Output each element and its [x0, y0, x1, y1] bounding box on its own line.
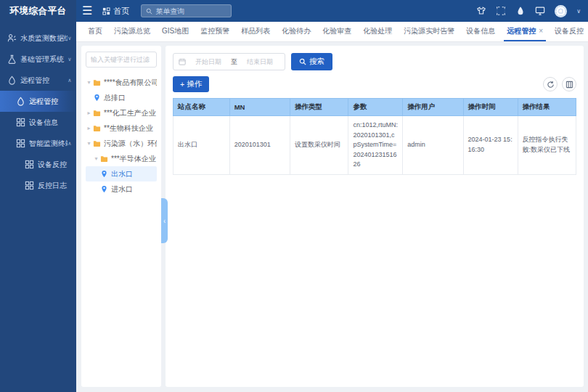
tree-node-label: 出水口: [111, 169, 133, 179]
tab-pollution-overview[interactable]: 污染源总览: [111, 22, 153, 41]
sidebar-item-device-reverse-control[interactable]: 设备反控: [0, 154, 76, 175]
caret-down-icon[interactable]: ▾: [93, 155, 99, 162]
grid-icon: [25, 181, 34, 190]
monitor-icon[interactable]: [535, 6, 545, 16]
tab-label: 设备反控: [555, 26, 584, 36]
tab-label: 监控预警: [200, 26, 229, 36]
cell-site-name: 出水口: [173, 116, 230, 175]
caret-right-icon[interactable]: ▸: [86, 110, 92, 116]
sidebar-item-label: 智能监测终端: [29, 139, 68, 149]
operate-button[interactable]: + 操作: [173, 76, 209, 92]
caret-down-icon[interactable]: ▾: [86, 79, 92, 86]
map-pin-icon: [100, 185, 108, 193]
sidebar-item-label: 水质监测数据综合分析: [20, 33, 68, 44]
sidebar-item-label: 远程管控: [29, 97, 72, 107]
sidebar-item-device-info[interactable]: 设备信息: [0, 112, 76, 133]
menu-search-box: [141, 4, 232, 17]
tree-node-label: 进水口: [111, 184, 133, 195]
tree-node-site-main-outlet[interactable]: 总排口: [86, 90, 157, 105]
end-date-placeholder[interactable]: 结束日期: [240, 57, 279, 67]
sidebar-item-remote-control[interactable]: 远程管控: [0, 91, 76, 112]
tab-realtime-alarm[interactable]: 污染源实时告警: [401, 22, 457, 41]
sidebar-item-smart-terminal[interactable]: 智能监测终端 ∧: [0, 133, 76, 154]
tree-node-company-chemical[interactable]: ▸ ***化工生产企业: [86, 105, 157, 121]
tree-node-label: **生物科技企业: [104, 123, 153, 134]
home-label: 首页: [113, 6, 129, 17]
sidebar-item-label: 设备信息: [29, 118, 72, 128]
sidebar-item-water-analysis[interactable]: 水质监测数据综合分析 ∨: [0, 28, 76, 49]
tab-lab-todo[interactable]: 化验待办: [279, 22, 314, 41]
search-label: 搜索: [309, 57, 324, 67]
site-tree-panel: ▾ ****食品有限公司 总排口 ▸: [81, 46, 161, 387]
map-pin-icon: [100, 170, 108, 178]
tab-sample-list[interactable]: 样品列表: [238, 22, 273, 41]
log-panel: 开始日期 至 结束日期 搜索 + 操作: [166, 46, 584, 387]
tree-filter-input[interactable]: [86, 52, 157, 68]
tab-label: 远程管控: [507, 26, 536, 36]
tree-node-site-outlet[interactable]: 出水口: [86, 166, 157, 181]
tab-device-info[interactable]: 设备信息: [463, 22, 498, 41]
flame-icon[interactable]: [515, 6, 526, 16]
system-icon: [7, 54, 17, 64]
tree-node-site-inlet[interactable]: 进水口: [86, 181, 157, 197]
grid-icon: [25, 160, 34, 169]
tab-label: 化验处理: [363, 26, 392, 36]
tree-node-label: ***半导体企业: [111, 154, 156, 164]
analysis-icon: [7, 33, 17, 43]
date-range-separator: 至: [231, 57, 237, 67]
refresh-button[interactable]: [543, 77, 558, 91]
tree-node-label: 总排口: [104, 93, 126, 103]
tab-gis-map[interactable]: GIS地图: [159, 22, 192, 41]
tab-monitor-alarm[interactable]: 监控预警: [197, 22, 232, 41]
column-settings-button[interactable]: [562, 77, 576, 91]
chevron-up-icon: ∧: [68, 77, 71, 83]
date-range-picker[interactable]: 开始日期 至 结束日期: [173, 53, 285, 70]
sidebar-item-base-system[interactable]: 基础管理系统 ∨: [0, 49, 76, 70]
plus-icon: +: [180, 80, 184, 89]
site-tree: ▾ ****食品有限公司 总排口 ▸: [86, 75, 157, 197]
theme-icon[interactable]: [476, 6, 486, 16]
tab-remote-control[interactable]: 远程管控 ×: [504, 22, 546, 41]
search-button[interactable]: 搜索: [291, 53, 332, 70]
caret-down-icon[interactable]: ▾: [86, 140, 92, 147]
start-date-placeholder[interactable]: 开始日期: [189, 57, 228, 67]
home-icon: [102, 7, 110, 15]
tree-node-company-semiconductor[interactable]: ▾ ***半导体企业: [86, 151, 157, 166]
col-header-params: 参数: [348, 99, 403, 116]
chevron-up-icon: ∧: [68, 140, 71, 146]
tab-label: 设备信息: [466, 26, 495, 36]
sidebar-item-label: 反控日志: [38, 181, 72, 191]
tree-node-bureau-water[interactable]: ▾ 污染源（水）环保局: [86, 136, 157, 151]
sidebar-item-label: 基础管理系统: [20, 54, 68, 65]
top-header: ☰ 首页 ∨: [76, 0, 588, 22]
calendar-icon: [179, 58, 186, 65]
home-button[interactable]: 首页: [102, 6, 129, 17]
tree-node-company-food[interactable]: ▾ ****食品有限公司: [86, 75, 157, 90]
tree-node-label: ***化工生产企业: [104, 108, 156, 118]
tab-lab-process[interactable]: 化验处理: [360, 22, 395, 41]
tree-node-company-biotech[interactable]: ▸ **生物科技企业: [86, 121, 157, 136]
cell-operation-time: 2024-01-23 15:16:30: [463, 116, 518, 175]
sidebar-item-label: 设备反控: [38, 160, 72, 170]
table-header-row: 站点名称 MN 操作类型 参数 操作用户 操作时间 操作结果: [173, 99, 576, 116]
close-icon[interactable]: ×: [539, 27, 543, 35]
fullscreen-icon[interactable]: [496, 6, 506, 16]
table-row[interactable]: 出水口 2020101301 设置数采仪时间 cn:1012,rtuMN:202…: [173, 116, 576, 175]
droplet-icon: [7, 75, 17, 85]
folder-icon: [93, 109, 101, 117]
grid-icon: [16, 139, 25, 148]
cell-params: cn:1012,rtuMN:2020101301,cpSystemTime=20…: [348, 116, 403, 175]
user-menu-chevron-icon[interactable]: ∨: [576, 8, 581, 15]
tab-device-reverse-control[interactable]: 设备反控: [552, 22, 587, 41]
app-title: 环境综合平台: [0, 0, 76, 22]
user-avatar[interactable]: [555, 5, 567, 17]
menu-search-input[interactable]: [155, 7, 226, 15]
tab-lab-review[interactable]: 化验审查: [319, 22, 354, 41]
sidebar-item-remote-control-group[interactable]: 远程管控 ∧: [0, 70, 76, 91]
sidebar-item-reverse-control-log[interactable]: 反控日志: [0, 175, 76, 196]
caret-right-icon[interactable]: ▸: [86, 125, 92, 131]
tab-home[interactable]: 首页: [85, 22, 105, 41]
tree-collapse-handle[interactable]: ‹: [161, 198, 168, 243]
col-header-operation-type: 操作类型: [290, 99, 348, 116]
hamburger-menu-icon[interactable]: ☰: [82, 5, 92, 17]
